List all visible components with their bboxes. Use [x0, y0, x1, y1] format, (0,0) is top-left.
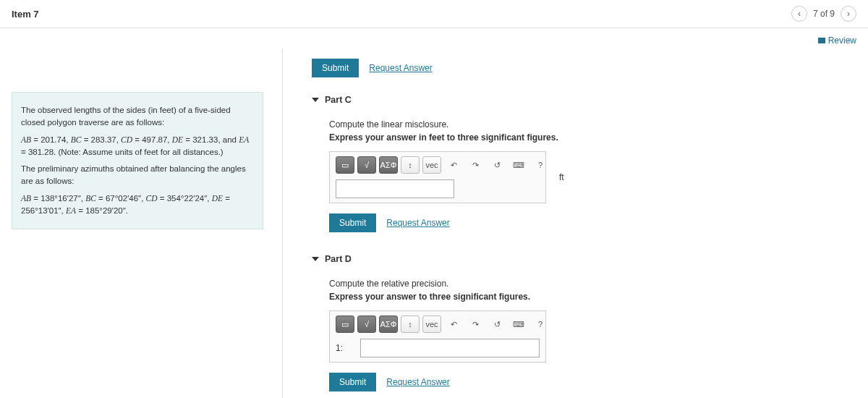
pager: ‹ 7 of 9 ›	[791, 6, 856, 22]
next-button[interactable]: ›	[841, 6, 856, 22]
part-c-instruction-bold: Express your answer in feet to three sig…	[329, 132, 856, 143]
part-c-toolbar: ▭ √ ΑΣΦ ↕ vec ↶ ↷ ↺ ⌨ ?	[336, 156, 540, 174]
vec-button[interactable]: vec	[422, 316, 441, 333]
scripts-button[interactable]: ↕	[401, 316, 420, 333]
main-area: The observed lengths of the sides (in fe…	[0, 48, 868, 398]
review-label: Review	[828, 35, 856, 46]
reset-button[interactable]: ↺	[488, 316, 506, 333]
undo-button[interactable]: ↶	[444, 316, 463, 333]
problem-p2: The preliminary azimuths obtained after …	[21, 163, 254, 188]
part-d-answer-row: 1:	[336, 339, 540, 357]
keyboard-button[interactable]: ⌨	[509, 316, 528, 333]
help-button[interactable]: ?	[531, 316, 550, 333]
part-c-unit: ft	[559, 172, 564, 182]
part-d-body: Compute the relative precision. Express …	[312, 271, 856, 398]
chevron-down-icon	[312, 98, 319, 102]
part-d-answer-input[interactable]	[360, 339, 540, 357]
problem-lengths: AB = 201.74, BC = 283.37, CD = 497.87, D…	[21, 134, 254, 159]
redo-button[interactable]: ↷	[466, 156, 485, 174]
help-button[interactable]: ?	[531, 156, 550, 174]
part-c-header[interactable]: Part C	[312, 88, 856, 112]
request-answer-link[interactable]: Request Answer	[369, 63, 432, 73]
undo-button[interactable]: ↶	[444, 156, 463, 174]
part-d-title: Part D	[325, 254, 352, 264]
part-d-prefix: 1:	[336, 343, 349, 353]
submit-button[interactable]: Submit	[312, 59, 359, 77]
greek-button[interactable]: ΑΣΦ	[379, 316, 398, 333]
chevron-down-icon	[312, 257, 319, 261]
submit-button[interactable]: Submit	[329, 373, 376, 391]
part-c-body: Compute the linear misclosure. Express y…	[312, 112, 856, 247]
flag-icon	[818, 38, 825, 43]
request-answer-link[interactable]: Request Answer	[386, 218, 449, 228]
redo-button[interactable]: ↷	[466, 316, 485, 333]
part-c-answer-input[interactable]	[336, 179, 454, 198]
column-divider	[282, 48, 283, 398]
part-d-instruction: Compute the relative precision.	[329, 279, 856, 289]
part-d-instruction-bold: Express your answer to three significant…	[329, 292, 856, 302]
part-d-answer-box: ▭ √ ΑΣΦ ↕ vec ↶ ↷ ↺ ⌨ ? 1:	[329, 310, 546, 363]
prior-submit-row: Submit Request Answer	[312, 59, 856, 77]
submit-button[interactable]: Submit	[329, 213, 376, 232]
scripts-button[interactable]: ↕	[401, 156, 420, 174]
part-c-answer-row: ▭ √ ΑΣΦ ↕ vec ↶ ↷ ↺ ⌨ ? ft	[329, 151, 856, 203]
keyboard-button[interactable]: ⌨	[509, 156, 528, 174]
answer-column: Submit Request Answer Part C Compute the…	[290, 48, 868, 398]
part-c-answer-box: ▭ √ ΑΣΦ ↕ vec ↶ ↷ ↺ ⌨ ?	[329, 151, 546, 203]
part-c-instruction: Compute the linear misclosure.	[329, 119, 856, 130]
vec-button[interactable]: vec	[422, 156, 441, 174]
part-c-title: Part C	[325, 95, 352, 105]
greek-button[interactable]: ΑΣΦ	[379, 156, 398, 174]
problem-statement: The observed lengths of the sides (in fe…	[12, 92, 263, 229]
root-button[interactable]: √	[357, 316, 376, 333]
templates-button[interactable]: ▭	[336, 156, 354, 174]
part-d-header[interactable]: Part D	[312, 247, 856, 271]
problem-p1: The observed lengths of the sides (in fe…	[21, 104, 254, 130]
review-row: Review	[0, 28, 868, 48]
problem-azimuths: AB = 138°16′27″, BC = 67°02′46″, CD = 35…	[21, 192, 254, 218]
part-d-submit-row: Submit Request Answer	[329, 373, 856, 391]
review-link[interactable]: Review	[818, 35, 856, 46]
page-indicator: 7 of 9	[813, 9, 835, 19]
prev-button[interactable]: ‹	[791, 6, 807, 22]
problem-column: The observed lengths of the sides (in fe…	[0, 48, 275, 398]
root-button[interactable]: √	[357, 156, 376, 174]
request-answer-link[interactable]: Request Answer	[386, 377, 449, 387]
part-c-submit-row: Submit Request Answer	[329, 213, 856, 232]
reset-button[interactable]: ↺	[488, 156, 506, 174]
part-d-toolbar: ▭ √ ΑΣΦ ↕ vec ↶ ↷ ↺ ⌨ ?	[336, 316, 540, 333]
templates-button[interactable]: ▭	[336, 316, 354, 333]
item-title: Item 7	[12, 9, 39, 20]
top-bar: Item 7 ‹ 7 of 9 ›	[0, 0, 868, 28]
